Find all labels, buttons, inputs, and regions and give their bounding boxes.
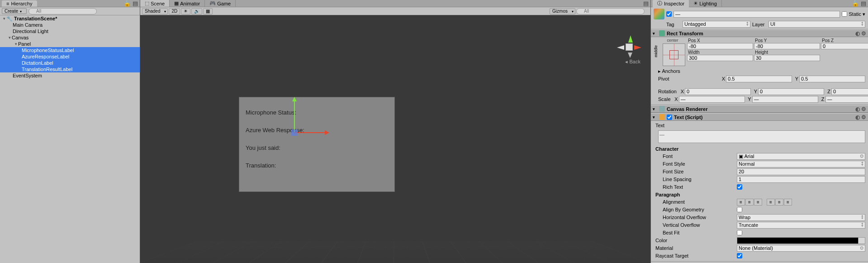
scene-search-input[interactable]	[576, 8, 645, 14]
tag-dropdown[interactable]: Untagged	[683, 21, 750, 28]
light-toggle[interactable]: ☀	[181, 8, 190, 14]
tree-item-canvas[interactable]: ▾Canvas	[0, 34, 140, 41]
rot-y-field[interactable]	[758, 88, 824, 95]
axis-center-icon[interactable]	[626, 43, 633, 51]
align-left-button[interactable]: ≡	[737, 199, 745, 206]
scale-x-field[interactable]	[679, 96, 745, 103]
font-size-field[interactable]	[737, 168, 865, 175]
rich-text-checkbox[interactable]	[737, 184, 742, 190]
foldout-icon[interactable]: ▾	[2, 16, 6, 21]
gizmos-dropdown[interactable]: Gizmos	[550, 8, 575, 14]
tree-item-mic-label[interactable]: MicrophoneStatusLabel	[0, 47, 140, 53]
tree-item-dict-label[interactable]: DictationLabel	[0, 60, 140, 66]
tab-scene[interactable]: ⬚Scene	[140, 0, 170, 7]
fx-toggle[interactable]: ▦	[203, 8, 213, 14]
scene-search-wrap	[576, 8, 649, 14]
tree-item-dir-light[interactable]: Directional Light	[0, 28, 140, 34]
rect-transform-header[interactable]: ▾ Rect Transform ◐ ⚙	[651, 29, 868, 37]
component-menu-icon[interactable]: ◐ ⚙	[854, 106, 866, 112]
axis-neg-y-icon[interactable]	[628, 53, 632, 58]
material-field[interactable]: None (Material)	[737, 245, 865, 252]
panel-menu[interactable]: 🔒▤	[123, 1, 138, 6]
pivot-y-field[interactable]	[799, 76, 865, 82]
tab-hierarchy[interactable]: ≡ Hierarchy	[2, 0, 37, 7]
canvas-renderer-header[interactable]: ▾ Canvas Renderer ◐ ⚙	[651, 105, 868, 113]
component-menu-icon[interactable]: ◐ ⚙	[854, 30, 866, 37]
axis-y-icon[interactable]	[628, 35, 633, 43]
posx-field[interactable]	[687, 43, 753, 49]
height-field[interactable]	[754, 55, 820, 61]
align-top-button[interactable]: ≡	[767, 199, 775, 206]
h-overflow-dropdown[interactable]: Wrap	[737, 214, 865, 221]
tab-animator[interactable]: ▦Animator	[170, 0, 205, 7]
raycast-target-checkbox[interactable]	[737, 253, 742, 258]
font-field[interactable]: ▣ Arial	[737, 153, 865, 160]
tab-game[interactable]: 🎮Game	[205, 0, 236, 7]
align-right-button[interactable]: ≡	[754, 199, 762, 206]
hierarchy-tree[interactable]: ▾🔧 TranslationScene* Main Camera Directi…	[0, 15, 140, 263]
anchor-preset-button[interactable]: center	[660, 38, 685, 67]
static-label: Static	[849, 11, 861, 17]
width-field[interactable]	[687, 55, 753, 61]
tab-inspector[interactable]: ⓘInspector	[653, 0, 689, 7]
scale-z-field[interactable]	[825, 96, 868, 103]
gameobject-icon[interactable]	[654, 9, 664, 19]
hierarchy-search-input[interactable]	[28, 8, 97, 14]
text-header[interactable]: ▾ Text (Script) ◐ ⚙	[651, 113, 868, 121]
tree-item-event-system[interactable]: EventSystem	[0, 72, 140, 79]
posy-label: Pos Y	[754, 38, 820, 43]
static-checkbox[interactable]	[842, 11, 847, 17]
tree-item-azure-label[interactable]: AzureResponseLabel	[0, 53, 140, 60]
scene-view[interactable]: Back Microphone Status: Azure Web Respon…	[140, 15, 650, 263]
tree-item-trans-label[interactable]: TranslationResultLabel	[0, 66, 140, 72]
scale-y-field[interactable]	[752, 96, 818, 103]
pivot-x-field[interactable]	[726, 76, 792, 82]
layer-dropdown[interactable]: UI	[768, 21, 865, 28]
foldout-icon[interactable]: ▾	[7, 35, 12, 40]
v-overflow-dropdown[interactable]: Truncate	[737, 222, 865, 229]
panel-menu[interactable]: ▤	[643, 1, 649, 6]
best-fit-checkbox[interactable]	[737, 230, 742, 235]
dropdown-icon[interactable]: ▾	[863, 11, 865, 17]
foldout-icon[interactable]: ▾	[653, 115, 657, 120]
align-bottom-button[interactable]: ≡	[784, 199, 792, 206]
scene-row[interactable]: ▾🔧 TranslationScene*	[0, 15, 140, 22]
tab-lighting[interactable]: ☀Lighting	[689, 0, 722, 7]
projection-label[interactable]: Back	[625, 59, 640, 65]
line-spacing-field[interactable]	[737, 176, 865, 183]
anchor-preset-icon[interactable]	[663, 43, 685, 66]
align-center-button[interactable]: ≡	[745, 199, 754, 206]
rot-x-field[interactable]	[685, 88, 751, 95]
create-button[interactable]: Create	[2, 8, 27, 14]
shading-mode-dropdown[interactable]: Shaded	[142, 8, 168, 14]
foldout-icon[interactable]: ▾	[653, 31, 657, 36]
text-value-field[interactable]: —	[658, 130, 865, 143]
align-by-geometry-checkbox[interactable]	[737, 207, 742, 212]
align-middle-button[interactable]: ≡	[775, 199, 783, 206]
tree-item-label: Canvas	[12, 35, 28, 40]
orientation-gizmo[interactable]	[615, 33, 642, 61]
panel-menu[interactable]: 🔒▤	[852, 1, 866, 6]
color-field[interactable]	[737, 237, 865, 244]
posy-field[interactable]	[754, 43, 820, 49]
font-style-dropdown[interactable]: Normal	[737, 161, 865, 167]
tree-item-main-camera[interactable]: Main Camera	[0, 22, 140, 28]
axis-neg-x-icon[interactable]	[617, 45, 624, 50]
tree-item-panel[interactable]: ▾Panel	[0, 41, 140, 47]
rot-z-field[interactable]	[831, 88, 868, 95]
h-align-buttons: ≡ ≡ ≡	[737, 199, 762, 206]
2d-toggle[interactable]: 2D	[169, 8, 180, 14]
posz-label: Pos Z	[821, 38, 868, 43]
foldout-icon[interactable]: ▾	[653, 107, 657, 111]
gameobject-name-field[interactable]	[674, 11, 840, 18]
audio-toggle[interactable]: 🔊	[191, 8, 202, 14]
inspector-panel: ⓘInspector ☀Lighting 🔒▤ Static▾ Tag Unta…	[651, 0, 868, 263]
static-toggle[interactable]: Static▾	[842, 11, 865, 17]
axis-x-icon[interactable]	[634, 45, 641, 50]
anchors-foldout[interactable]: ▸ Anchors	[654, 68, 735, 74]
active-checkbox[interactable]	[666, 11, 672, 17]
posz-field[interactable]	[821, 43, 868, 49]
foldout-icon[interactable]: ▾	[14, 42, 18, 46]
component-menu-icon[interactable]: ◐ ⚙	[854, 114, 866, 120]
text-enabled-checkbox[interactable]	[667, 115, 672, 120]
